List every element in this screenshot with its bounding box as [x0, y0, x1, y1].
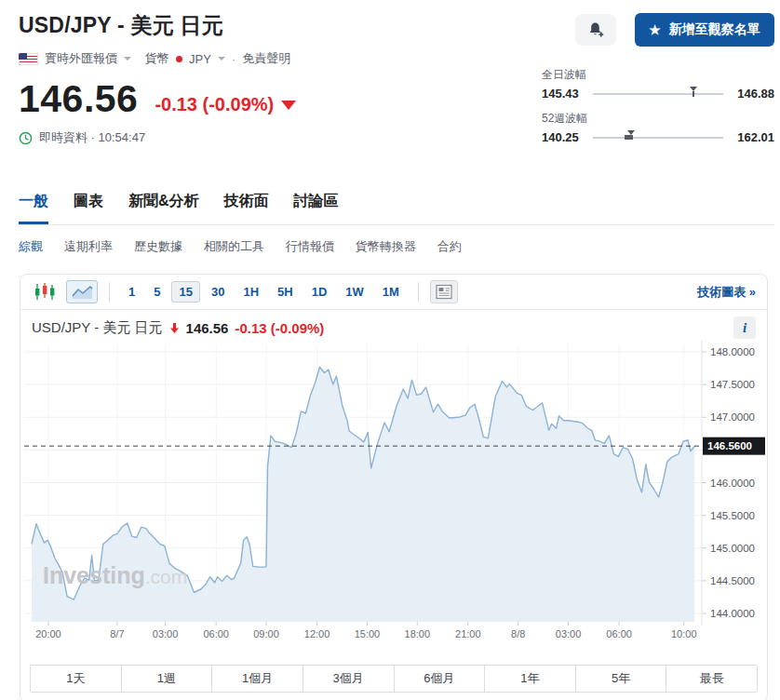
interval-button-0[interactable]: 1 [121, 281, 142, 303]
interval-button-1[interactable]: 5 [146, 281, 168, 303]
period-button-3[interactable]: 3個月 [303, 666, 395, 692]
main-tabs: 一般圖表新聞&分析技術面討論區 [19, 192, 761, 224]
svg-text:146.0000: 146.0000 [710, 478, 755, 489]
chevron-down-icon[interactable] [218, 57, 225, 61]
interval-button-8[interactable]: 1M [375, 281, 407, 303]
tab-2[interactable]: 新聞&分析 [128, 192, 199, 224]
quote-header: USD/JPY - 美元 日元 實時外匯報價 貨幣 JPY · 免責聲明 146… [19, 11, 774, 155]
svg-text:148.0000: 148.0000 [710, 346, 755, 357]
interval-button-2[interactable]: 15 [171, 281, 199, 303]
period-buttons: 1天1週1個月3個月6個月1年5年最長 [30, 665, 758, 693]
ranges-panel: 全日波幅 145.43 146.88 52週波幅 140.25 [542, 67, 774, 144]
svg-text:144.5000: 144.5000 [710, 575, 755, 586]
period-button-4[interactable]: 6個月 [395, 666, 486, 692]
clock-icon [19, 131, 33, 145]
quote-header-right: ★ 新增至觀察名單 全日波幅 145.43 146.88 [542, 11, 774, 155]
period-button-1[interactable]: 1週 [122, 666, 213, 692]
news-on-chart-button[interactable] [430, 280, 458, 303]
technical-chart-link[interactable]: 技術圖表 » [697, 284, 756, 301]
period-button-0[interactable]: 1天 [31, 666, 122, 692]
svg-text:147.0000: 147.0000 [710, 411, 755, 423]
info-button[interactable]: i [733, 316, 756, 339]
quote-page: USD/JPY - 美元 日元 實時外匯報價 貨幣 JPY · 免責聲明 146… [0, 0, 780, 700]
week52-range-label: 52週波幅 [542, 111, 774, 127]
subtab-2[interactable]: 歷史數據 [134, 238, 182, 255]
area-chart-button[interactable] [66, 280, 98, 303]
chart-last-price: 146.56 [186, 320, 229, 336]
realtime-row: 即時資料 · 10:54:47 [19, 129, 296, 146]
realtime-label: 即時資料 · 10:54:47 [39, 129, 145, 146]
toolbar-divider [109, 282, 110, 303]
create-alert-button[interactable] [575, 14, 616, 46]
day-range-slider [593, 93, 723, 95]
period-button-7[interactable]: 最長 [666, 666, 757, 692]
chart-body: 20:008/703:0006:0009:0012:0015:0018:0021… [20, 341, 767, 652]
svg-text:20:00: 20:00 [35, 628, 61, 639]
svg-text:144.0000: 144.0000 [710, 608, 755, 619]
star-icon: ★ [649, 22, 661, 37]
svg-text:145.0000: 145.0000 [710, 543, 755, 554]
tab-3[interactable]: 技術面 [224, 192, 269, 224]
svg-text:03:00: 03:00 [153, 628, 179, 639]
chart-symbol-title: USD/JPY - 美元 日元 [32, 319, 163, 337]
chevron-down-icon[interactable] [124, 57, 131, 61]
svg-text:147.5000: 147.5000 [710, 379, 755, 390]
week52-range-high: 162.01 [732, 130, 774, 144]
bell-plus-icon [586, 20, 606, 39]
interval-button-6[interactable]: 1D [304, 281, 335, 303]
period-button-2[interactable]: 1個月 [212, 666, 303, 692]
price-change: -0.13 (-0.09%) [155, 94, 296, 118]
day-range-low: 145.43 [542, 87, 585, 101]
currency-dot-icon [176, 56, 182, 62]
week52-range: 52週波幅 140.25 162.01 [542, 111, 774, 144]
main-tabs-bar: 一般圖表新聞&分析技術面討論區 [19, 192, 774, 225]
svg-text:06:00: 06:00 [203, 628, 229, 639]
svg-text:09:00: 09:00 [253, 628, 279, 639]
interval-button-7[interactable]: 1W [338, 281, 371, 303]
subtab-1[interactable]: 遠期利率 [64, 238, 113, 255]
svg-text:06:00: 06:00 [606, 628, 632, 639]
breadcrumb-type[interactable]: 貨幣 [145, 50, 169, 67]
subtab-4[interactable]: 行情報價 [286, 238, 334, 255]
price-change-value: -0.13 (-0.09%) [155, 94, 274, 115]
subtab-3[interactable]: 相關的工具 [204, 238, 264, 255]
day-range-row: 145.43 146.88 [542, 87, 774, 101]
candlestick-chart-button[interactable] [32, 280, 58, 303]
price-chart[interactable]: 20:008/703:0006:0009:0012:0015:0018:0021… [24, 341, 769, 648]
chart-toolbar: 1515301H5H1D1W1M 技術圖表 » [20, 275, 767, 310]
interval-button-3[interactable]: 30 [204, 281, 232, 303]
breadcrumb-currency[interactable]: JPY [189, 52, 211, 66]
subtab-5[interactable]: 貨幣轉換器 [356, 238, 416, 255]
chart-title-row: USD/JPY - 美元 日元 146.56 -0.13 (-0.09%) i [20, 310, 767, 341]
area-chart-icon [70, 283, 94, 301]
tab-4[interactable]: 討論區 [294, 192, 339, 224]
week52-range-row: 140.25 162.01 [542, 130, 774, 144]
chart-widget: 1515301H5H1D1W1M 技術圖表 » USD/JPY - 美元 日元 [20, 274, 768, 700]
last-price: 146.56 [19, 80, 138, 118]
watchlist-button-label: 新增至觀察名單 [669, 21, 760, 38]
tab-1[interactable]: 圖表 [74, 192, 103, 224]
period-button-6[interactable]: 5年 [576, 666, 667, 692]
tab-0[interactable]: 一般 [19, 192, 48, 224]
range-band [625, 135, 634, 140]
triangle-down-icon [281, 101, 296, 110]
svg-text:12:00: 12:00 [304, 628, 330, 639]
svg-text:8/7: 8/7 [110, 628, 124, 639]
interval-button-4[interactable]: 1H [235, 281, 266, 303]
disclaimer-link[interactable]: 免責聲明 [242, 50, 290, 67]
day-range-label: 全日波幅 [542, 67, 774, 83]
arrow-down-icon [169, 322, 180, 334]
subtab-6[interactable]: 合約 [437, 238, 462, 255]
news-icon [434, 283, 454, 301]
breadcrumb-market[interactable]: 實時外匯報價 [45, 50, 117, 67]
chart-price-change: -0.13 (-0.09%) [235, 320, 324, 336]
period-button-5[interactable]: 1年 [485, 666, 576, 692]
svg-text:146.5600: 146.5600 [707, 440, 752, 451]
us-flag-icon [19, 53, 38, 65]
subtab-0[interactable]: 綜觀 [19, 238, 43, 255]
price-row: 146.56 -0.13 (-0.09%) [19, 80, 296, 118]
interval-button-5[interactable]: 5H [270, 281, 301, 303]
breadcrumb-separator: · [232, 52, 235, 66]
action-row: ★ 新增至觀察名單 [542, 13, 774, 47]
add-to-watchlist-button[interactable]: ★ 新增至觀察名單 [635, 13, 774, 47]
